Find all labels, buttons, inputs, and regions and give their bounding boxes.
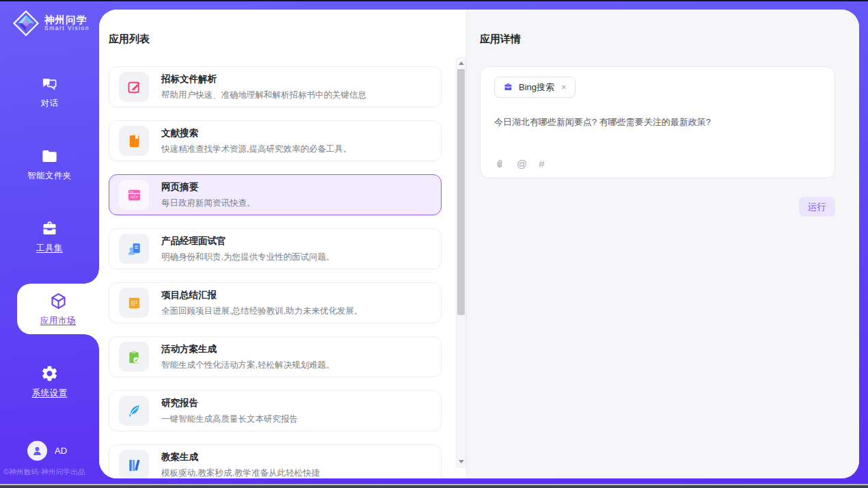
scroll-down-arrow-icon[interactable] (457, 457, 465, 467)
prompt-input[interactable]: 今日湖北有哪些新闻要点? 有哪些需要关注的最新政策? (494, 116, 821, 151)
note-icon (126, 295, 142, 311)
app-detail-panel: 应用详情 Bing搜索 × 今日湖北有哪些新闻要点? 有哪些需要关注的最新政策? (466, 10, 859, 478)
folder-icon (40, 147, 59, 165)
sidebar-item-label: 系统设置 (32, 388, 68, 399)
pen-square-icon (126, 79, 142, 95)
gear-icon (40, 364, 59, 383)
app-list-title: 应用列表 (109, 33, 466, 46)
app-card-research-report[interactable]: 研究报告 一键智能生成高质量长文本研究报告 (109, 390, 442, 431)
app-desc: 快速精准查找学术资源,提高研究效率的必备工具。 (161, 144, 351, 155)
attachment-toolbar: @ # (494, 158, 545, 170)
brand-name: 神州问学 (44, 15, 90, 25)
cube-icon (49, 292, 68, 310)
app-desc: 一键智能生成高质量长文本研究报告 (161, 414, 298, 425)
app-desc: 全面回顾项目进展,总结经验教训,助力未来优化发展。 (161, 306, 362, 317)
diamond-logo-icon (12, 10, 40, 37)
sidebar-item-smart-folder[interactable]: 智能文件夹 (0, 139, 99, 189)
scrollbar-thumb[interactable] (457, 69, 465, 315)
app-name: 研究报告 (161, 397, 298, 409)
app-name: 教案生成 (161, 451, 320, 463)
app-name: 产品经理面试官 (161, 235, 334, 247)
tool-chip-bing-search[interactable]: Bing搜索 × (494, 77, 575, 98)
app-name: 活动方案生成 (161, 343, 334, 355)
sidebar-item-toolset[interactable]: 工具集 (0, 211, 99, 262)
sidebar-nav: 对话 智能文件夹 工具集 应用市场 (0, 66, 99, 429)
sidebar: 神州问学 Smart Vision 对话 智能文件夹 (0, 1, 99, 478)
sidebar-item-label: 工具集 (36, 243, 63, 254)
sidebar-item-label: 对话 (41, 98, 59, 109)
app-window: 神州问学 Smart Vision 对话 智能文件夹 (0, 0, 868, 488)
app-card-project-summary[interactable]: 项目总结汇报 全面回顾项目进展,总结经验教训,助力未来优化发展。 (109, 282, 442, 323)
sidebar-item-chat[interactable]: 对话 (0, 66, 99, 117)
app-card-literature-search[interactable]: 文献搜索 快速精准查找学术资源,提高研究效率的必备工具。 (109, 120, 442, 161)
app-card-lesson-plan[interactable]: 教案生成 模板驱动,教案秒成,教学准备从此轻松快捷 (109, 444, 442, 478)
app-card-pm-interviewer[interactable]: 产品经理面试官 明确身份和职责,为您提供专业性的面试问题。 (109, 228, 442, 269)
tool-chip-label: Bing搜索 (519, 81, 554, 94)
mention-at-icon[interactable]: @ (517, 158, 527, 170)
user-account[interactable]: AD (27, 441, 67, 461)
chip-close-icon[interactable]: × (560, 83, 568, 92)
person-icon (31, 445, 43, 457)
app-list: 招标文件解析 帮助用户快速、准确地理解和解析招标书中的关键信息 文献搜索 快速精… (109, 66, 442, 478)
books-icon (126, 457, 142, 473)
sidebar-item-label: 应用市场 (40, 315, 76, 327)
app-desc: 模板驱动,教案秒成,教学准备从此轻松快捷 (161, 467, 320, 479)
browser-code-icon: </> (126, 187, 142, 203)
app-desc: 帮助用户快速、准确地理解和解析招标书中的关键信息 (161, 90, 366, 101)
brand-subtitle: Smart Vision (44, 25, 90, 31)
app-name: 项目总结汇报 (161, 289, 362, 301)
app-detail-title: 应用详情 (480, 33, 835, 46)
briefcase-icon (503, 82, 513, 92)
app-name: 网页摘要 (161, 181, 256, 193)
screen-bottom-edge (0, 485, 868, 488)
brand-logo: 神州问学 Smart Vision (0, 1, 99, 37)
sidebar-item-label: 智能文件夹 (27, 170, 72, 182)
interviewer-icon (126, 241, 142, 257)
hash-tag-icon[interactable]: # (539, 158, 544, 170)
app-desc: 明确身份和职责,为您提供专业性的面试问题。 (161, 252, 334, 263)
svg-text:</>: </> (130, 194, 137, 199)
sidebar-item-settings[interactable]: 系统设置 (0, 356, 99, 407)
list-scrollbar[interactable] (456, 57, 466, 467)
run-button[interactable]: 运行 (799, 197, 835, 217)
copyright-text: ©神州数码·神州问学出品 (3, 467, 96, 477)
clipboard-check-icon (126, 349, 142, 365)
screen-top-edge (0, 0, 868, 1)
sidebar-item-app-market[interactable]: 应用市场 (17, 284, 99, 334)
scroll-up-arrow-icon[interactable] (457, 58, 465, 68)
user-name: AD (55, 446, 67, 456)
avatar (27, 441, 47, 461)
paperclip-icon[interactable] (494, 159, 505, 170)
app-name: 招标文件解析 (161, 73, 366, 85)
app-card-bid-analysis[interactable]: 招标文件解析 帮助用户快速、准确地理解和解析招标书中的关键信息 (109, 66, 442, 107)
app-list-panel: 应用列表 招标文件解析 帮助用户快速、准确地理解和解析招标书中的关键信息 (99, 10, 466, 478)
content-panel: 应用列表 招标文件解析 帮助用户快速、准确地理解和解析招标书中的关键信息 (99, 10, 859, 478)
app-card-web-summary[interactable]: </> 网页摘要 每日政府新闻资讯快查。 (109, 174, 442, 215)
chat-icon (40, 74, 59, 93)
prompt-card: Bing搜索 × 今日湖北有哪些新闻要点? 有哪些需要关注的最新政策? @ # (480, 66, 835, 178)
toolbox-icon (40, 219, 59, 238)
book-icon (126, 133, 142, 149)
app-name: 文献搜索 (161, 127, 351, 139)
quill-icon (126, 403, 142, 419)
app-desc: 每日政府新闻资讯快查。 (161, 198, 256, 209)
app-card-event-plan[interactable]: 活动方案生成 智能生成个性化活动方案,轻松解决规划难题。 (109, 336, 442, 377)
app-desc: 智能生成个性化活动方案,轻松解决规划难题。 (161, 360, 334, 371)
